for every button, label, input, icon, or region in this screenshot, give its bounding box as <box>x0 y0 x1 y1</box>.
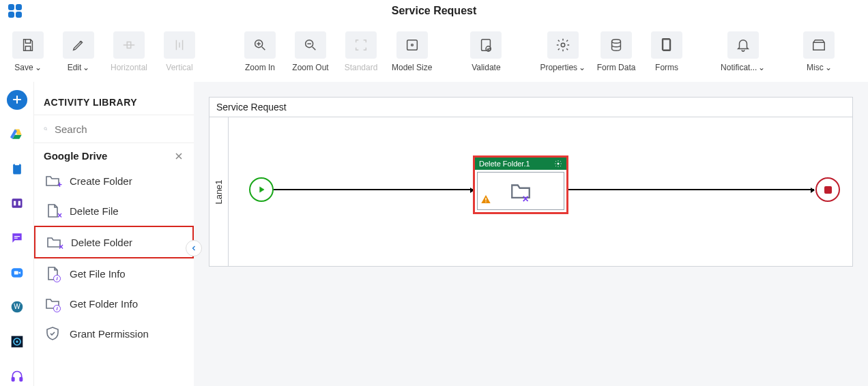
toolbar-validate[interactable]: Validate <box>462 29 510 75</box>
svg-rect-11 <box>14 163 19 165</box>
rail-google-drive[interactable] <box>7 125 27 145</box>
save-icon <box>12 31 44 59</box>
toolbar-edit[interactable]: Edit⌄ <box>55 29 102 75</box>
zoom-in-icon <box>244 31 276 59</box>
svg-point-24 <box>44 128 47 130</box>
activity-header: Delete Folder.1 <box>475 158 566 170</box>
search-input[interactable] <box>55 123 184 135</box>
chevron-down-icon: ⌄ <box>825 63 832 72</box>
toolbar-forms[interactable]: Forms <box>643 29 691 75</box>
toolbar-misc[interactable]: Misc⌄ <box>795 29 843 75</box>
process-canvas[interactable]: Service Request Lane1 Delete Folder.1 <box>209 97 853 267</box>
toolbar-form-data[interactable]: Form Data <box>592 29 640 75</box>
canvas-title: Service Request <box>209 98 852 117</box>
end-node[interactable] <box>815 177 840 202</box>
validate-icon <box>470 31 502 59</box>
folder-icon: i <box>44 295 61 312</box>
rail-clipboard[interactable] <box>7 159 27 179</box>
edit-icon <box>63 31 94 59</box>
page-title: Service Request <box>392 5 477 17</box>
library-header: ACTIVITY LIBRARY <box>34 82 194 115</box>
svg-rect-10 <box>13 164 21 174</box>
search-icon <box>44 122 48 136</box>
connector <box>568 189 814 190</box>
svg-rect-14 <box>18 201 20 206</box>
chevron-down-icon: ⌄ <box>35 63 42 72</box>
chevron-down-icon: ⌄ <box>83 63 89 72</box>
toolbar-horizontal[interactable]: Horizontal <box>105 29 153 75</box>
library-group-header: Google Drive <box>34 143 194 166</box>
align-horizontal-icon <box>113 31 145 59</box>
shield-icon <box>44 325 61 342</box>
rail-headset[interactable] <box>7 366 27 386</box>
database-icon <box>601 31 632 59</box>
library-item-delete-file[interactable]: × Delete File <box>34 196 194 226</box>
toolbar-notifications[interactable]: Notificat...⌄ <box>717 29 769 75</box>
search-row <box>34 115 194 143</box>
svg-point-7 <box>612 39 621 43</box>
library-item-grant-permission[interactable]: Grant Permission <box>34 318 194 348</box>
title-bar: Service Request <box>0 0 868 22</box>
library-item-get-folder-info[interactable]: i Get Folder Info <box>34 288 194 318</box>
file-icon: × <box>44 203 61 219</box>
close-icon[interactable] <box>173 151 184 162</box>
lane-label: Lane1 <box>209 117 229 266</box>
lane-body[interactable]: Delete Folder.1 × <box>229 117 852 266</box>
activity-library: ACTIVITY LIBRARY Google Drive + Create F… <box>34 82 194 386</box>
file-icon: i <box>44 265 61 282</box>
folder-icon: + <box>44 173 61 189</box>
toolbar-zoom-in[interactable]: Zoom In <box>236 29 284 75</box>
library-item-delete-folder[interactable]: × Delete Folder <box>34 226 194 258</box>
rail-layout[interactable] <box>7 194 27 213</box>
toolbar: Save⌄ Edit⌄ Horizontal Vertical Zoom In … <box>0 22 868 82</box>
start-node[interactable] <box>249 177 274 202</box>
chevron-down-icon: ⌄ <box>758 63 765 72</box>
toolbar-properties[interactable]: Properties⌄ <box>536 29 590 75</box>
rail-chat[interactable] <box>7 228 27 248</box>
bell-icon <box>727 31 759 59</box>
toolbar-vertical[interactable]: Vertical <box>156 29 203 75</box>
model-size-icon <box>396 31 428 59</box>
svg-text:W: W <box>14 303 20 311</box>
toolbar-save[interactable]: Save⌄ <box>4 29 52 75</box>
toolbar-model-size[interactable]: Model Size <box>388 29 436 75</box>
activity-node-delete-folder[interactable]: Delete Folder.1 × <box>473 155 568 214</box>
zoom-out-icon <box>295 31 326 59</box>
folder-icon <box>508 179 534 203</box>
svg-point-21 <box>16 340 18 342</box>
svg-rect-2 <box>407 40 417 50</box>
canvas-wrapper: Service Request Lane1 Delete Folder.1 <box>194 82 868 386</box>
svg-rect-26 <box>485 198 486 201</box>
chevron-down-icon: ⌄ <box>579 63 585 72</box>
rail-add[interactable] <box>7 90 27 110</box>
svg-rect-16 <box>14 271 18 274</box>
svg-rect-22 <box>12 377 14 381</box>
svg-rect-12 <box>12 199 22 208</box>
svg-rect-8 <box>663 39 671 50</box>
rail-target[interactable] <box>7 332 27 352</box>
svg-point-3 <box>411 44 413 46</box>
svg-rect-23 <box>20 377 22 381</box>
gear-icon[interactable] <box>554 160 562 168</box>
library-item-get-file-info[interactable]: i Get File Info <box>34 258 194 288</box>
x-badge-icon: × <box>523 193 529 205</box>
rail-wordpress[interactable]: W <box>7 297 27 317</box>
toolbar-standard[interactable]: Standard <box>337 29 385 75</box>
folder-icon: × <box>45 234 63 250</box>
svg-rect-27 <box>485 201 486 202</box>
misc-icon <box>803 31 835 59</box>
library-item-create-folder[interactable]: + Create Folder <box>34 166 194 196</box>
collapse-sidebar-button[interactable] <box>186 240 202 256</box>
app-rail: W <box>0 82 34 386</box>
warning-icon <box>480 194 491 207</box>
gear-icon <box>547 31 579 59</box>
svg-point-6 <box>561 43 565 47</box>
svg-point-25 <box>558 163 560 165</box>
toolbar-zoom-out[interactable]: Zoom Out <box>287 29 334 75</box>
form-icon <box>651 31 682 59</box>
svg-rect-9 <box>663 38 670 50</box>
align-vertical-icon <box>164 31 195 59</box>
rail-video[interactable] <box>7 263 27 282</box>
svg-rect-13 <box>14 201 16 206</box>
apps-icon[interactable] <box>5 1 25 20</box>
